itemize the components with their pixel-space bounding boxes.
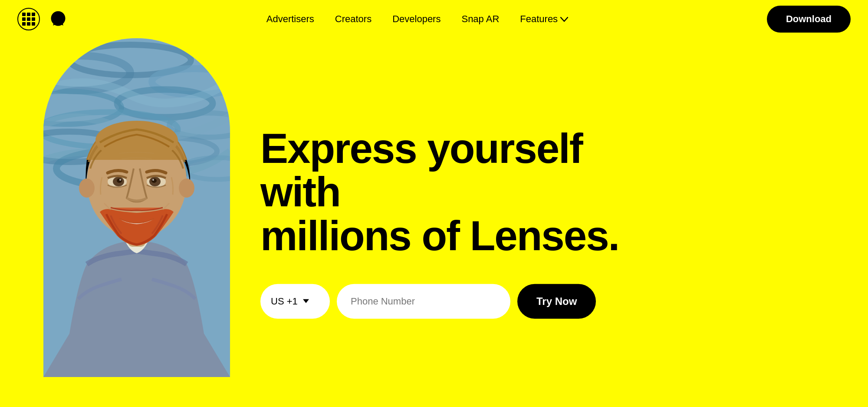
svg-point-20 xyxy=(119,179,121,181)
portrait-frame xyxy=(43,38,230,377)
country-selector-chevron-down-icon xyxy=(303,299,309,303)
try-now-button[interactable]: Try Now xyxy=(517,284,596,319)
country-selector[interactable]: US +1 xyxy=(260,284,330,319)
hero-image-container xyxy=(43,38,230,407)
grid-icon xyxy=(22,13,35,26)
hero-content: Express yourself with millions of Lenses… xyxy=(260,126,651,318)
navbar-left xyxy=(17,8,68,30)
svg-point-24 xyxy=(152,179,154,181)
navbar: Advertisers Creators Developers Snap AR … xyxy=(0,0,868,38)
nav-advertisers[interactable]: Advertisers xyxy=(266,13,314,25)
download-button[interactable]: Download xyxy=(767,6,851,33)
features-chevron-down-icon xyxy=(560,13,568,25)
svg-point-19 xyxy=(117,179,122,183)
hero-headline: Express yourself with millions of Lenses… xyxy=(260,126,651,258)
hero-section: Express yourself with millions of Lenses… xyxy=(0,38,868,407)
svg-point-15 xyxy=(79,179,95,198)
phone-number-input[interactable] xyxy=(337,284,510,319)
nav-developers[interactable]: Developers xyxy=(392,13,441,25)
grid-menu-button[interactable] xyxy=(17,8,40,30)
hero-form: US +1 Try Now xyxy=(260,284,651,319)
navbar-nav: Advertisers Creators Developers Snap AR … xyxy=(266,13,568,25)
country-code-label: US +1 xyxy=(271,296,298,307)
nav-snap-ar[interactable]: Snap AR xyxy=(461,13,499,25)
svg-point-23 xyxy=(151,179,157,183)
snapchat-logo xyxy=(49,10,68,29)
svg-point-16 xyxy=(179,179,194,198)
nav-features[interactable]: Features xyxy=(520,13,568,25)
portrait-image xyxy=(43,38,230,377)
svg-point-14 xyxy=(95,121,178,160)
nav-creators[interactable]: Creators xyxy=(335,13,372,25)
